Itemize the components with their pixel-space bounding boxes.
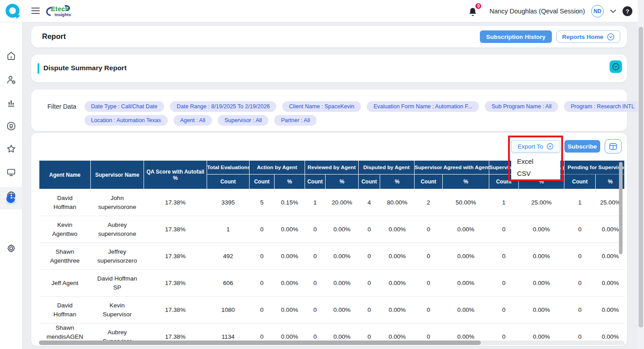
notification-bell-icon[interactable]: 0	[468, 5, 479, 17]
filter-chip[interactable]: Date Range : 8/19/2025 To 2/19/2026	[170, 101, 276, 112]
table-cell: 0	[250, 297, 275, 323]
chevron-down-icon[interactable]	[610, 9, 616, 13]
page-scrollbar-thumb[interactable]	[639, 27, 643, 328]
table-cell: 0	[250, 270, 275, 297]
monitor-icon[interactable]	[6, 167, 17, 178]
table-cell: 0.00%	[380, 216, 415, 243]
collapse-section-button[interactable]	[610, 60, 622, 73]
export-menu: ExcelCSV	[511, 154, 560, 181]
brand-secondary: Insights	[55, 12, 71, 17]
table-cell: Jeff Agent	[39, 270, 91, 297]
table-cell: 1134	[207, 323, 250, 342]
table-row: Shawn AgentthreeJeffrey supervisorzero17…	[39, 243, 625, 270]
filter-chip[interactable]: Agent : All	[174, 115, 212, 126]
chevron-down-circle-icon	[612, 63, 620, 71]
filter-chip[interactable]: Client Name : SpaceKevin	[282, 101, 361, 112]
column-group-header: Action by Agent	[250, 161, 305, 174]
column-header: Agent Name	[39, 161, 91, 189]
filter-chip[interactable]: Partner : All	[274, 115, 317, 126]
reports-home-button[interactable]: Reports Home	[556, 30, 620, 43]
table-cell: 5	[250, 189, 275, 216]
export-menu-item-excel[interactable]: Excel	[511, 155, 560, 167]
table-cell: 1	[489, 189, 519, 216]
table-cell: 606	[207, 270, 250, 297]
chevron-down-circle-icon	[547, 143, 554, 150]
help-icon[interactable]: ?	[623, 6, 632, 16]
horizontal-scrollbar	[39, 340, 624, 345]
table-cell: David Hoffman	[39, 189, 91, 216]
table-cell: 0	[305, 216, 326, 243]
column-header: Supervisor Name	[91, 161, 144, 189]
gear-icon[interactable]	[6, 243, 17, 254]
table-cell: 0	[415, 297, 443, 323]
column-layout-button[interactable]	[605, 139, 622, 153]
table-cell: 17.38%	[144, 297, 207, 323]
table-cell: 1	[207, 216, 250, 243]
page-title: Report	[42, 32, 66, 41]
table-row: David HoffmanKevin Supervisor17.38%10800…	[39, 297, 625, 323]
table-cell: 0	[305, 297, 326, 323]
filter-chip-row: Date Type : Call/Chat DateDate Range : 8…	[85, 101, 641, 112]
table-scroll-area: Agent NameSupervisor NameQA Score with A…	[39, 160, 624, 341]
chevron-down-circle-icon	[607, 33, 614, 41]
filter-chip[interactable]: Program : Research INTL	[564, 101, 641, 112]
filter-chip[interactable]: Location : Automation Texas	[85, 115, 168, 126]
table-cell: 0.00%	[443, 323, 489, 342]
column-subheader: Count	[305, 174, 326, 189]
brand-primary: Etech	[51, 5, 69, 13]
column-group-header: Reviewed by Agent	[305, 161, 359, 174]
column-subheader: Count	[207, 174, 250, 189]
table-cell: 0.00%	[380, 323, 415, 342]
table-cell: 0	[415, 216, 443, 243]
notification-badge: 0	[475, 2, 482, 10]
table-cell: 0.00%	[275, 270, 305, 297]
column-group-header: Pending for Supervisor	[564, 161, 624, 174]
column-subheader: Count	[564, 174, 596, 189]
export-menu-item-csv[interactable]: CSV	[511, 167, 560, 179]
table-cell: 0	[250, 243, 275, 270]
report-header-card: Report Subscription History Reports Home	[31, 26, 627, 47]
table-cell: 0	[359, 323, 380, 342]
subscription-history-button[interactable]: Subscription History	[480, 30, 552, 43]
bar-chart-icon[interactable]	[6, 98, 17, 108]
table-cell: 17.38%	[144, 323, 207, 342]
table-cell: 0	[564, 297, 596, 323]
dispute-summary-card: Dispute Summary Report	[31, 55, 627, 82]
table-cell: 0.00%	[596, 323, 624, 342]
table-cell: 0	[415, 270, 443, 297]
table-cell: Kevin Agenttwo	[39, 216, 91, 243]
subscribe-button[interactable]: Subscribe	[564, 140, 600, 153]
export-to-button[interactable]: Export To	[511, 140, 560, 153]
filter-chip[interactable]: Supervisor : All	[218, 115, 268, 126]
table-cell: John supervisorone	[91, 189, 144, 216]
app-window: Etech Insights 0 Nancy Doughlas (Qeval S…	[0, 0, 644, 349]
pie-chart-icon[interactable]	[6, 193, 17, 204]
table-cell: 0	[489, 270, 519, 297]
filter-chip[interactable]: Evaluation Form Name : Automation F...	[367, 101, 479, 112]
home-icon[interactable]	[6, 51, 17, 61]
table-vertical-scrollbar-thumb[interactable]	[619, 162, 623, 254]
hamburger-menu-icon[interactable]	[31, 8, 40, 14]
table-cell: David Hoffman SP	[91, 270, 144, 297]
table-cell: 0	[564, 216, 596, 243]
sidebar	[0, 22, 22, 349]
table-cell: 0.00%	[326, 216, 359, 243]
table-cell: 0	[250, 216, 275, 243]
section-accent-bar	[38, 63, 39, 74]
quality-badge-icon[interactable]	[6, 121, 17, 132]
table-row: Kevin AgenttwoAubrey supervisorone17.38%…	[39, 216, 625, 243]
qeval-logo-icon[interactable]	[4, 3, 21, 20]
table-cell: 0.00%	[326, 270, 359, 297]
horizontal-scrollbar-thumb[interactable]	[39, 340, 481, 345]
table-cell: 0	[489, 216, 519, 243]
table-row: David HoffmanJohn supervisorone17.38%339…	[39, 189, 625, 216]
table-cell: 20.00%	[326, 189, 359, 216]
filter-chip[interactable]: Sub Program Name : All	[485, 101, 558, 112]
star-icon[interactable]	[6, 144, 17, 154]
report-table: Agent NameSupervisor NameQA Score with A…	[39, 160, 624, 341]
table-cell: 17.38%	[144, 270, 207, 297]
user-settings-icon[interactable]	[6, 74, 17, 85]
table-cell: 1	[564, 189, 596, 216]
filter-chip[interactable]: Date Type : Call/Chat Date	[85, 101, 164, 112]
avatar[interactable]: ND	[591, 5, 604, 17]
